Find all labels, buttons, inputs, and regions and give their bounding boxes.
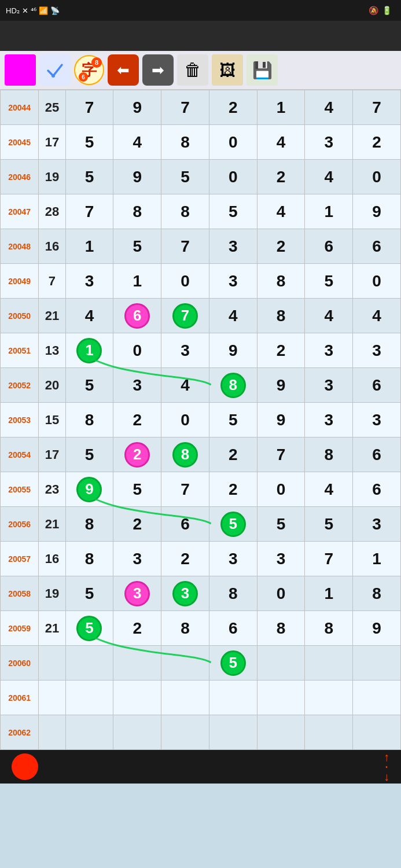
cell-20050-id[interactable]: 20050 [1, 299, 39, 333]
cell-20048-d3[interactable]: 7 [161, 229, 209, 264]
cell-20044-sum[interactable]: 25 [39, 90, 65, 125]
cell-20054-d2[interactable]: 2 [113, 437, 161, 472]
cell-20058-d6[interactable]: 1 [305, 576, 353, 611]
cell-20048-d4[interactable]: 3 [209, 229, 257, 264]
cell-20059-d1[interactable]: 5 [65, 611, 113, 646]
cell-20050-d6[interactable]: 4 [305, 299, 353, 333]
cell-20046-d3[interactable]: 5 [161, 160, 209, 194]
cell-20060-d3[interactable] [161, 646, 209, 681]
cell-20055-d4[interactable]: 2 [209, 472, 257, 507]
cell-20060-d1[interactable] [65, 646, 113, 681]
cell-20050-d5[interactable]: 8 [257, 299, 305, 333]
cell-20051-d5[interactable]: 2 [257, 333, 305, 368]
cell-20049-id[interactable]: 20049 [1, 264, 39, 299]
cell-20060-d7[interactable] [353, 646, 401, 681]
cell-20055-sum[interactable]: 23 [39, 472, 65, 507]
cell-20045-d1[interactable]: 5 [65, 125, 113, 160]
cell-20059-d4[interactable]: 6 [209, 611, 257, 646]
cell-20055-d1[interactable]: 9 [65, 472, 113, 507]
cell-20052-d5[interactable]: 9 [257, 368, 305, 403]
cell-20062-d4[interactable] [209, 715, 257, 750]
cell-20054-d5[interactable]: 7 [257, 437, 305, 472]
cell-20049-d6[interactable]: 5 [305, 264, 353, 299]
cell-20058-d3[interactable]: 3 [161, 576, 209, 611]
cell-20045-d2[interactable]: 4 [113, 125, 161, 160]
cell-20055-d6[interactable]: 4 [305, 472, 353, 507]
cell-20047-d1[interactable]: 7 [65, 194, 113, 229]
cell-20054-d1[interactable]: 5 [65, 437, 113, 472]
cell-20062-id[interactable]: 20062 [1, 715, 39, 750]
sort-controls[interactable]: ↑ • ↓ [384, 751, 389, 784]
cell-20048-d1[interactable]: 1 [65, 229, 113, 264]
cell-20047-d5[interactable]: 4 [257, 194, 305, 229]
cell-20059-d2[interactable]: 2 [113, 611, 161, 646]
cell-20044-d2[interactable]: 9 [113, 90, 161, 125]
cell-20061-d6[interactable] [305, 681, 353, 715]
cell-20051-d3[interactable]: 3 [161, 333, 209, 368]
cell-20061-d2[interactable] [113, 681, 161, 715]
cell-20055-d2[interactable]: 5 [113, 472, 161, 507]
cell-20044-d5[interactable]: 1 [257, 90, 305, 125]
cell-20047-d3[interactable]: 8 [161, 194, 209, 229]
cell-20045-d7[interactable]: 2 [353, 125, 401, 160]
cell-20056-d1[interactable]: 8 [65, 507, 113, 542]
cell-20060-d2[interactable] [113, 646, 161, 681]
cell-20052-sum[interactable]: 20 [39, 368, 65, 403]
cell-20056-d5[interactable]: 5 [257, 507, 305, 542]
cell-20055-d3[interactable]: 7 [161, 472, 209, 507]
cell-20061-d5[interactable] [257, 681, 305, 715]
cell-20053-sum[interactable]: 15 [39, 403, 65, 437]
cell-20061-d4[interactable] [209, 681, 257, 715]
color-square-button[interactable] [5, 54, 36, 86]
cell-20050-d2[interactable]: 6 [113, 299, 161, 333]
char-button[interactable]: 字 8 6 [74, 55, 104, 85]
cell-20051-d2[interactable]: 0 [113, 333, 161, 368]
cell-20046-d4[interactable]: 0 [209, 160, 257, 194]
cell-20051-sum[interactable]: 13 [39, 333, 65, 368]
cell-20062-d2[interactable] [113, 715, 161, 750]
cell-20047-d4[interactable]: 5 [209, 194, 257, 229]
cell-20058-d4[interactable]: 8 [209, 576, 257, 611]
cell-20050-d7[interactable]: 4 [353, 299, 401, 333]
cell-20057-d5[interactable]: 3 [257, 542, 305, 576]
cell-20060-d6[interactable] [305, 646, 353, 681]
cell-20050-sum[interactable]: 21 [39, 299, 65, 333]
cell-20056-d7[interactable]: 3 [353, 507, 401, 542]
cell-20049-d2[interactable]: 1 [113, 264, 161, 299]
cell-20057-d7[interactable]: 1 [353, 542, 401, 576]
cell-20053-d4[interactable]: 5 [209, 403, 257, 437]
cell-20048-id[interactable]: 20048 [1, 229, 39, 264]
cell-20061-id[interactable]: 20061 [1, 681, 39, 715]
cell-20053-id[interactable]: 20053 [1, 403, 39, 437]
cell-20044-d6[interactable]: 4 [305, 90, 353, 125]
filter-button[interactable] [39, 54, 71, 86]
cell-20054-d4[interactable]: 2 [209, 437, 257, 472]
trash-button[interactable]: 🗑 [177, 54, 208, 86]
cell-20045-d3[interactable]: 8 [161, 125, 209, 160]
cell-20059-id[interactable]: 20059 [1, 611, 39, 646]
cell-20053-d6[interactable]: 3 [305, 403, 353, 437]
cell-20052-d1[interactable]: 5 [65, 368, 113, 403]
cell-20054-d7[interactable]: 6 [353, 437, 401, 472]
cell-20047-id[interactable]: 20047 [1, 194, 39, 229]
cell-20050-d1[interactable]: 4 [65, 299, 113, 333]
cell-20056-d3[interactable]: 6 [161, 507, 209, 542]
add-button[interactable] [12, 753, 38, 780]
cell-20046-d5[interactable]: 2 [257, 160, 305, 194]
cell-20053-d2[interactable]: 2 [113, 403, 161, 437]
cell-20057-d2[interactable]: 3 [113, 542, 161, 576]
cell-20058-sum[interactable]: 19 [39, 576, 65, 611]
cell-20055-id[interactable]: 20055 [1, 472, 39, 507]
cell-20058-id[interactable]: 20058 [1, 576, 39, 611]
cell-20048-d5[interactable]: 2 [257, 229, 305, 264]
cell-20049-d3[interactable]: 0 [161, 264, 209, 299]
sort-up-icon[interactable]: ↑ [384, 751, 389, 764]
cell-20052-id[interactable]: 20052 [1, 368, 39, 403]
cell-20059-d5[interactable]: 8 [257, 611, 305, 646]
cell-20048-d7[interactable]: 6 [353, 229, 401, 264]
cell-20057-d6[interactable]: 7 [305, 542, 353, 576]
cell-20049-d4[interactable]: 3 [209, 264, 257, 299]
cell-20054-d3[interactable]: 8 [161, 437, 209, 472]
cell-20056-d4[interactable]: 5 [209, 507, 257, 542]
cell-20057-d3[interactable]: 2 [161, 542, 209, 576]
